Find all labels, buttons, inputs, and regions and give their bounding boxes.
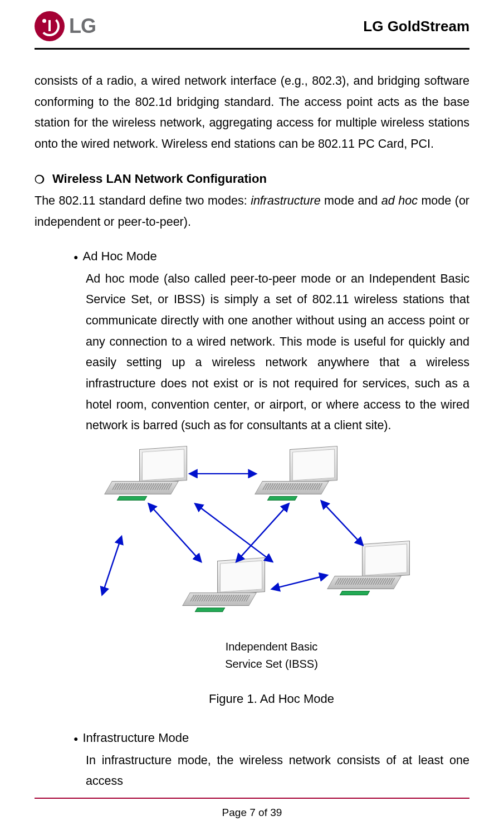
- svg-line-6: [237, 504, 289, 561]
- page-footer: Page 7 of 39: [35, 798, 469, 819]
- laptop-icon: [258, 448, 342, 499]
- disc-bullet-icon: ●: [74, 735, 78, 742]
- section-title: Wireless LAN Network Configuration: [52, 168, 267, 190]
- page-content: consists of a radio, a wired network int…: [35, 50, 469, 792]
- mode-infrastructure: infrastructure: [251, 194, 320, 207]
- infrastructure-body: In infrastructure mode, the wireless net…: [74, 750, 469, 792]
- document-title: LG GoldStream: [363, 18, 469, 35]
- section-heading: ❍ Wireless LAN Network Configuration: [35, 168, 469, 190]
- disc-bullet-icon: ●: [74, 253, 78, 261]
- adhoc-diagram: [86, 442, 469, 637]
- svg-line-4: [272, 575, 327, 589]
- infrastructure-title: Infrastructure Mode: [82, 727, 189, 749]
- caption-line-1: Independent Basic: [226, 640, 318, 653]
- figure-title: Figure 1. Ad Hoc Mode: [74, 688, 469, 710]
- diagram-caption: Independent Basic Service Set (IBSS): [74, 638, 469, 673]
- intro-paragraph: consists of a radio, a wired network int…: [35, 71, 469, 155]
- caption-line-2: Service Set (IBSS): [225, 658, 318, 670]
- footer-rule: [35, 798, 469, 799]
- circle-bullet-icon: ❍: [35, 174, 45, 185]
- adhoc-title: Ad Hoc Mode: [82, 246, 156, 268]
- adhoc-body: Ad hoc mode (also called peer-to-peer mo…: [74, 269, 469, 436]
- svg-line-5: [321, 501, 363, 545]
- lg-face-icon: [35, 11, 65, 41]
- adhoc-heading: ● Ad Hoc Mode: [74, 246, 469, 268]
- laptop-icon: [186, 559, 270, 610]
- mode-adhoc: ad hoc: [381, 194, 418, 207]
- svg-line-1: [149, 504, 201, 561]
- section-intro: The 802.11 standard define two modes: in…: [35, 191, 469, 232]
- logo-text: LG: [69, 14, 96, 38]
- laptop-icon: [331, 542, 414, 594]
- brand-logo: LG: [35, 11, 96, 41]
- laptop-icon: [108, 448, 192, 499]
- infrastructure-heading: ● Infrastructure Mode: [74, 727, 469, 749]
- page-number: Page 7 of 39: [35, 807, 469, 819]
- section-intro-mid: mode and: [321, 194, 381, 207]
- section-intro-pre: The 802.11 standard define two modes:: [35, 194, 251, 207]
- svg-line-2: [102, 537, 121, 594]
- page-header: LG LG GoldStream: [35, 11, 469, 46]
- svg-line-3: [195, 504, 272, 561]
